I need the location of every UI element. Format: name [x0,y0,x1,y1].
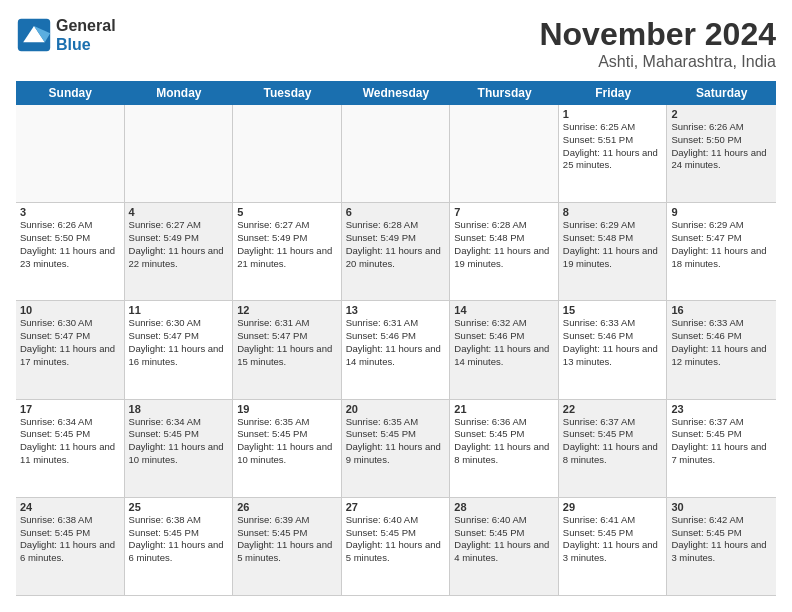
calendar-row: 1Sunrise: 6:25 AM Sunset: 5:51 PM Daylig… [16,105,776,203]
subtitle: Ashti, Maharashtra, India [539,53,776,71]
day-number: 6 [346,206,446,218]
calendar-cell: 27Sunrise: 6:40 AM Sunset: 5:45 PM Dayli… [342,498,451,595]
day-info: Sunrise: 6:27 AM Sunset: 5:49 PM Dayligh… [129,219,229,270]
calendar-cell: 30Sunrise: 6:42 AM Sunset: 5:45 PM Dayli… [667,498,776,595]
calendar-cell: 4Sunrise: 6:27 AM Sunset: 5:49 PM Daylig… [125,203,234,300]
day-number: 13 [346,304,446,316]
title-block: November 2024 Ashti, Maharashtra, India [539,16,776,71]
calendar-body: 1Sunrise: 6:25 AM Sunset: 5:51 PM Daylig… [16,105,776,596]
calendar-header: SundayMondayTuesdayWednesdayThursdayFrid… [16,81,776,105]
day-number: 26 [237,501,337,513]
calendar-row: 3Sunrise: 6:26 AM Sunset: 5:50 PM Daylig… [16,203,776,301]
day-number: 8 [563,206,663,218]
calendar-cell: 8Sunrise: 6:29 AM Sunset: 5:48 PM Daylig… [559,203,668,300]
calendar-cell: 14Sunrise: 6:32 AM Sunset: 5:46 PM Dayli… [450,301,559,398]
day-info: Sunrise: 6:40 AM Sunset: 5:45 PM Dayligh… [346,514,446,565]
calendar-header-cell: Sunday [16,81,125,105]
day-number: 25 [129,501,229,513]
calendar-cell: 7Sunrise: 6:28 AM Sunset: 5:48 PM Daylig… [450,203,559,300]
day-info: Sunrise: 6:26 AM Sunset: 5:50 PM Dayligh… [671,121,772,172]
day-number: 21 [454,403,554,415]
calendar-cell: 1Sunrise: 6:25 AM Sunset: 5:51 PM Daylig… [559,105,668,202]
calendar-cell: 9Sunrise: 6:29 AM Sunset: 5:47 PM Daylig… [667,203,776,300]
day-number: 24 [20,501,120,513]
calendar-cell: 26Sunrise: 6:39 AM Sunset: 5:45 PM Dayli… [233,498,342,595]
calendar-cell: 16Sunrise: 6:33 AM Sunset: 5:46 PM Dayli… [667,301,776,398]
day-number: 5 [237,206,337,218]
day-number: 23 [671,403,772,415]
calendar-cell: 10Sunrise: 6:30 AM Sunset: 5:47 PM Dayli… [16,301,125,398]
day-number: 20 [346,403,446,415]
day-info: Sunrise: 6:30 AM Sunset: 5:47 PM Dayligh… [129,317,229,368]
day-info: Sunrise: 6:42 AM Sunset: 5:45 PM Dayligh… [671,514,772,565]
day-info: Sunrise: 6:30 AM Sunset: 5:47 PM Dayligh… [20,317,120,368]
calendar-cell [342,105,451,202]
day-number: 30 [671,501,772,513]
logo-text: General Blue [56,16,116,54]
day-number: 27 [346,501,446,513]
day-info: Sunrise: 6:37 AM Sunset: 5:45 PM Dayligh… [671,416,772,467]
page: General Blue November 2024 Ashti, Mahara… [0,0,792,612]
main-title: November 2024 [539,16,776,53]
calendar-header-cell: Wednesday [342,81,451,105]
day-info: Sunrise: 6:35 AM Sunset: 5:45 PM Dayligh… [346,416,446,467]
day-info: Sunrise: 6:25 AM Sunset: 5:51 PM Dayligh… [563,121,663,172]
day-info: Sunrise: 6:26 AM Sunset: 5:50 PM Dayligh… [20,219,120,270]
day-number: 28 [454,501,554,513]
day-number: 16 [671,304,772,316]
calendar-cell [233,105,342,202]
day-info: Sunrise: 6:34 AM Sunset: 5:45 PM Dayligh… [129,416,229,467]
day-info: Sunrise: 6:29 AM Sunset: 5:48 PM Dayligh… [563,219,663,270]
day-info: Sunrise: 6:28 AM Sunset: 5:48 PM Dayligh… [454,219,554,270]
logo: General Blue [16,16,116,54]
logo-icon [16,17,52,53]
calendar-cell: 22Sunrise: 6:37 AM Sunset: 5:45 PM Dayli… [559,400,668,497]
day-info: Sunrise: 6:28 AM Sunset: 5:49 PM Dayligh… [346,219,446,270]
calendar-cell: 11Sunrise: 6:30 AM Sunset: 5:47 PM Dayli… [125,301,234,398]
calendar-cell: 29Sunrise: 6:41 AM Sunset: 5:45 PM Dayli… [559,498,668,595]
day-info: Sunrise: 6:38 AM Sunset: 5:45 PM Dayligh… [20,514,120,565]
calendar-cell: 20Sunrise: 6:35 AM Sunset: 5:45 PM Dayli… [342,400,451,497]
calendar-cell: 17Sunrise: 6:34 AM Sunset: 5:45 PM Dayli… [16,400,125,497]
calendar-cell: 15Sunrise: 6:33 AM Sunset: 5:46 PM Dayli… [559,301,668,398]
day-info: Sunrise: 6:37 AM Sunset: 5:45 PM Dayligh… [563,416,663,467]
calendar-header-cell: Saturday [667,81,776,105]
header: General Blue November 2024 Ashti, Mahara… [16,16,776,71]
calendar: SundayMondayTuesdayWednesdayThursdayFrid… [16,81,776,596]
calendar-cell [125,105,234,202]
calendar-cell [16,105,125,202]
calendar-cell [450,105,559,202]
calendar-header-cell: Monday [125,81,234,105]
calendar-row: 10Sunrise: 6:30 AM Sunset: 5:47 PM Dayli… [16,301,776,399]
day-info: Sunrise: 6:36 AM Sunset: 5:45 PM Dayligh… [454,416,554,467]
day-info: Sunrise: 6:33 AM Sunset: 5:46 PM Dayligh… [563,317,663,368]
calendar-cell: 6Sunrise: 6:28 AM Sunset: 5:49 PM Daylig… [342,203,451,300]
day-info: Sunrise: 6:27 AM Sunset: 5:49 PM Dayligh… [237,219,337,270]
day-number: 18 [129,403,229,415]
calendar-cell: 5Sunrise: 6:27 AM Sunset: 5:49 PM Daylig… [233,203,342,300]
calendar-cell: 2Sunrise: 6:26 AM Sunset: 5:50 PM Daylig… [667,105,776,202]
day-info: Sunrise: 6:41 AM Sunset: 5:45 PM Dayligh… [563,514,663,565]
calendar-cell: 3Sunrise: 6:26 AM Sunset: 5:50 PM Daylig… [16,203,125,300]
day-info: Sunrise: 6:31 AM Sunset: 5:47 PM Dayligh… [237,317,337,368]
calendar-cell: 18Sunrise: 6:34 AM Sunset: 5:45 PM Dayli… [125,400,234,497]
day-number: 9 [671,206,772,218]
day-info: Sunrise: 6:31 AM Sunset: 5:46 PM Dayligh… [346,317,446,368]
day-number: 19 [237,403,337,415]
calendar-cell: 12Sunrise: 6:31 AM Sunset: 5:47 PM Dayli… [233,301,342,398]
day-number: 15 [563,304,663,316]
day-info: Sunrise: 6:40 AM Sunset: 5:45 PM Dayligh… [454,514,554,565]
day-number: 14 [454,304,554,316]
day-number: 3 [20,206,120,218]
calendar-cell: 19Sunrise: 6:35 AM Sunset: 5:45 PM Dayli… [233,400,342,497]
day-number: 17 [20,403,120,415]
calendar-header-cell: Tuesday [233,81,342,105]
calendar-row: 24Sunrise: 6:38 AM Sunset: 5:45 PM Dayli… [16,498,776,596]
calendar-header-cell: Friday [559,81,668,105]
day-number: 10 [20,304,120,316]
calendar-header-cell: Thursday [450,81,559,105]
day-number: 2 [671,108,772,120]
logo-line2: Blue [56,35,116,54]
calendar-cell: 21Sunrise: 6:36 AM Sunset: 5:45 PM Dayli… [450,400,559,497]
calendar-row: 17Sunrise: 6:34 AM Sunset: 5:45 PM Dayli… [16,400,776,498]
